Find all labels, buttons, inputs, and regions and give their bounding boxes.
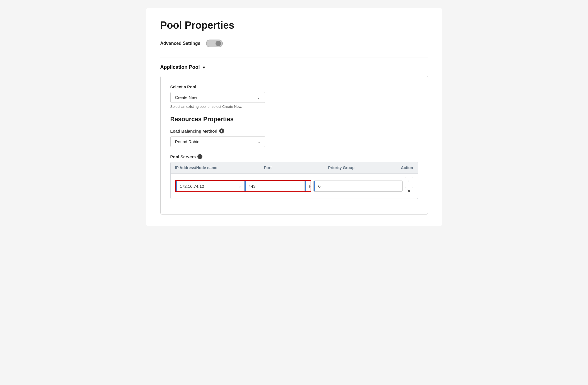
remove-server-button[interactable]: ✕ [405,187,413,195]
advanced-settings-row: Advanced Settings [160,40,428,47]
load-balancing-dropdown[interactable]: Round Robin ⌄ [170,136,265,147]
select-pool-group: Select a Pool Create New ⌄ Select an exi… [170,84,418,109]
column-header-action: Action [395,162,418,173]
pool-servers-group: Pool Servers i IP Address/Node name Port… [170,154,418,199]
application-pool-section-header: Application Pool ▼ [160,64,428,70]
chevron-down-icon: ⌄ [257,95,260,100]
resources-properties-title: Resources Properties [170,116,418,123]
column-header-port: Port [259,162,323,173]
application-pool-title: Application Pool [160,64,200,70]
table-body: ⌄ HTTPS ⌄ [171,174,418,199]
select-pool-dropdown[interactable]: Create New ⌄ [170,92,265,103]
column-header-ip: IP Address/Node name [171,162,260,173]
load-balancing-label: Load Balancing Method i [170,128,418,133]
ip-cell: ⌄ [176,181,245,191]
page-container: Pool Properties Advanced Settings Applic… [146,8,442,226]
chevron-down-icon: ⌄ [257,140,260,144]
load-balancing-info-icon[interactable]: i [219,128,224,133]
protocol-cell: HTTPS ⌄ [305,181,311,191]
server-row-highlighted: ⌄ HTTPS ⌄ [175,180,311,192]
action-buttons: + ✕ [405,177,413,195]
ip-address-input[interactable] [177,182,236,191]
select-pool-label: Select a Pool [170,84,418,89]
priority-cell [313,181,403,192]
pool-servers-info-icon[interactable]: i [197,154,202,159]
pool-servers-table: IP Address/Node name Port Priority Group… [170,162,418,199]
select-pool-value: Create New [175,95,197,100]
table-header: IP Address/Node name Port Priority Group… [171,162,418,174]
protocol-value: HTTPS [306,182,311,191]
application-pool-arrow: ▼ [202,65,206,70]
priority-group-input[interactable] [315,182,402,191]
port-input[interactable] [246,182,304,191]
select-pool-hint: Select an existing pool or select Create… [170,104,418,109]
pool-card: Select a Pool Create New ⌄ Select an exi… [160,76,428,215]
ip-chevron-icon[interactable]: ⌄ [236,184,244,188]
section-divider [160,57,428,57]
port-cell [245,181,305,191]
advanced-settings-toggle[interactable] [206,40,223,47]
load-balancing-group: Load Balancing Method i Round Robin ⌄ [170,128,418,147]
pool-servers-label: Pool Servers i [170,154,418,159]
add-server-button[interactable]: + [405,177,413,185]
page-title: Pool Properties [160,20,428,31]
table-row: ⌄ HTTPS ⌄ [175,177,413,195]
advanced-settings-label: Advanced Settings [160,41,200,46]
column-header-priority: Priority Group [324,162,395,173]
load-balancing-value: Round Robin [175,139,200,144]
